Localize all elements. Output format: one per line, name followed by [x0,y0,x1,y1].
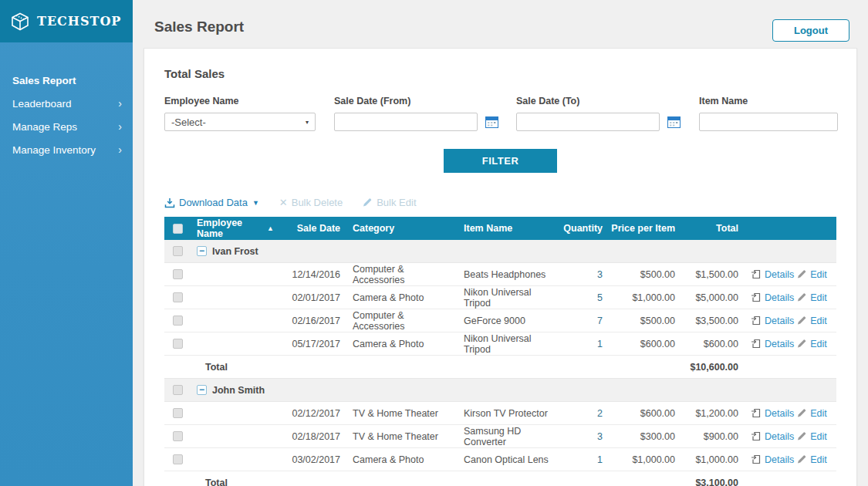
total-cell: $1,200.00 [675,408,738,419]
sidebar-item-label: Leaderboard [12,98,72,110]
group-total-row: Total $3,100.00 [164,471,836,486]
quantity-cell: 2 [558,408,603,419]
item-name-filter: Item Name [699,96,838,131]
price-cell: $300.00 [603,431,675,442]
price-cell: $1,000.00 [603,292,675,303]
item-name-cell: GeForce 9000 [453,316,558,326]
item-name-cell: Nikon Universal Tripod [453,287,558,309]
details-link[interactable]: Details [765,431,794,442]
details-icon [751,339,762,349]
group-row-john-smith: − John Smith [164,379,836,402]
details-link[interactable]: Details [765,292,794,303]
total-cell: $600.00 [675,339,738,349]
details-link[interactable]: Details [765,316,794,326]
category-cell: Camera & Photo [340,292,453,303]
calendar-icon[interactable] [485,116,498,128]
quantity-cell: 5 [558,292,603,303]
quantity-cell: 7 [558,316,603,326]
column-header-total[interactable]: Total [675,223,738,234]
row-checkbox[interactable] [173,292,183,302]
column-header-item-name[interactable]: Item Name [453,223,558,234]
group-total-label: Total [191,478,274,486]
item-name-cell: Beats Headphones [453,269,558,280]
sale-date-cell: 02/01/2017 [274,292,340,303]
column-header-employee[interactable]: Employee Name ▲ [191,218,274,239]
sales-report-card: Total Sales Employee Name -Select- ▾ Sal… [144,48,857,486]
column-header-price[interactable]: Price per Item [603,223,675,234]
category-cell: Camera & Photo [340,454,453,465]
edit-link[interactable]: Edit [810,339,827,349]
row-checkbox[interactable] [173,408,183,418]
category-cell: Computer & Accessories [340,310,453,332]
sale-date-cell: 02/12/2017 [274,408,340,419]
sidebar-item-label: Manage Inventory [12,144,96,156]
sale-date-to-filter: Sale Date (To) [516,96,681,131]
column-header-quantity[interactable]: Quantity [558,223,603,234]
details-icon [751,292,762,302]
brand-name: TECHSTOP [37,14,121,29]
group-total-value: $10,600.00 [675,362,738,373]
collapse-icon[interactable]: − [197,385,207,395]
edit-pencil-icon [797,408,807,418]
table-row: 02/01/2017 Camera & Photo Nikon Universa… [164,286,836,309]
row-checkbox[interactable] [173,454,183,464]
details-link[interactable]: Details [765,339,794,349]
table-row: 02/16/2017 Computer & Accessories GeForc… [164,309,836,332]
bulk-edit-label: Bulk Edit [377,197,416,208]
logout-button[interactable]: Logout [772,19,849,42]
total-cell: $1,500.00 [675,269,738,280]
item-name-input[interactable] [699,113,838,131]
details-link[interactable]: Details [765,454,794,465]
edit-pencil-icon [797,431,807,441]
column-header-sale-date[interactable]: Sale Date [274,223,340,234]
brand-header: TECHSTOP [0,0,133,42]
edit-pencil-icon [797,269,807,279]
edit-link[interactable]: Edit [810,292,827,303]
calendar-icon[interactable] [667,116,681,128]
download-data-label: Download Data [179,197,248,208]
bulk-delete-label: Bulk Delete [292,197,343,208]
group-checkbox[interactable] [173,385,183,395]
sale-date-from-input[interactable] [334,113,478,131]
employee-name-label: Employee Name [164,96,316,106]
select-all-checkbox[interactable] [173,224,183,234]
sale-date-cell: 12/14/2016 [274,269,340,280]
group-checkbox[interactable] [173,246,183,256]
row-checkbox[interactable] [173,339,183,349]
edit-link[interactable]: Edit [810,431,827,442]
edit-link[interactable]: Edit [810,269,827,280]
filter-button[interactable]: FILTER [444,149,557,173]
sidebar-item-manage-inventory[interactable]: Manage Inventory › [0,138,133,161]
collapse-icon[interactable]: − [197,246,207,256]
bulk-edit-button[interactable]: Bulk Edit [363,197,416,208]
select-arrow-icon: ▾ [306,119,309,126]
sidebar-item-label: Sales Report [12,75,76,86]
cube-logo-icon [10,12,30,32]
edit-link[interactable]: Edit [810,454,827,465]
employee-name-select[interactable]: -Select- ▾ [164,113,316,131]
edit-link[interactable]: Edit [810,316,827,326]
table-toolbar: Download Data ▼ ✕ Bulk Delete Bulk Edit [164,197,836,208]
sidebar-item-manage-reps[interactable]: Manage Reps › [0,115,133,138]
sale-date-to-label: Sale Date (To) [516,96,681,106]
sale-date-from-label: Sale Date (From) [334,96,498,106]
download-data-button[interactable]: Download Data ▼ [164,197,259,208]
item-name-cell: Nikon Universal Tripod [453,333,558,355]
sidebar-item-leaderboard[interactable]: Leaderboard › [0,92,133,115]
details-link[interactable]: Details [765,269,794,280]
category-cell: Computer & Accessories [340,264,453,285]
column-header-category[interactable]: Category [340,223,453,234]
details-link[interactable]: Details [765,408,794,419]
edit-link[interactable]: Edit [810,408,827,419]
row-checkbox[interactable] [173,316,183,326]
sidebar-item-sales-report[interactable]: Sales Report [0,69,133,92]
edit-pencil-icon [797,454,807,464]
sort-asc-icon: ▲ [267,224,274,232]
sale-date-to-input[interactable] [516,113,660,131]
bulk-delete-button[interactable]: ✕ Bulk Delete [279,197,343,208]
details-icon [751,408,762,418]
group-row-ivan-frost: − Ivan Frost [164,240,836,263]
group-employee-name: John Smith [212,385,265,396]
row-checkbox[interactable] [173,269,183,279]
row-checkbox[interactable] [173,431,183,441]
